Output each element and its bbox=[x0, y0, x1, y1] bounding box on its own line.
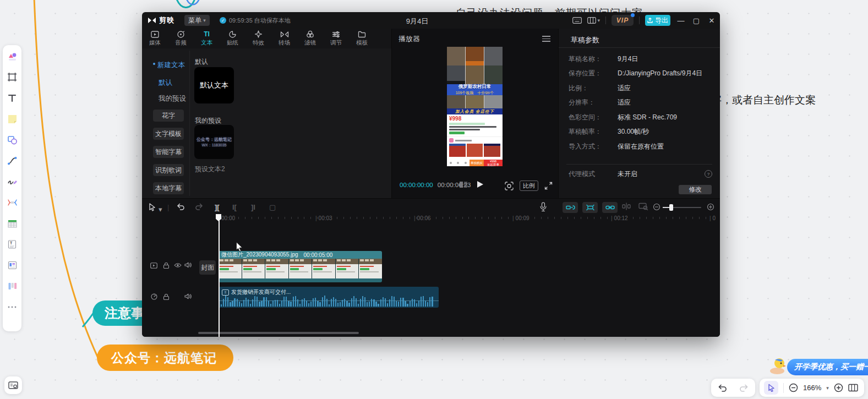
templates-icon[interactable] bbox=[6, 50, 18, 62]
menu-button[interactable]: 菜单▾ bbox=[184, 15, 210, 26]
track-mute-icon[interactable] bbox=[184, 262, 192, 268]
param-label: 草稿名称： bbox=[559, 54, 618, 64]
promo-banner[interactable]: 开学季优惠，买一赠一 bbox=[767, 356, 868, 375]
more-icon[interactable] bbox=[6, 301, 18, 313]
preview-axis-icon[interactable] bbox=[622, 203, 631, 210]
param-value: 标准 SDR - Rec.709 bbox=[618, 113, 677, 122]
param-label: 导入方式： bbox=[559, 142, 618, 151]
split-icon[interactable]: ][ bbox=[215, 203, 220, 211]
pen-icon[interactable] bbox=[6, 176, 18, 188]
app-name: 剪映 bbox=[159, 15, 174, 25]
select-tool-button[interactable] bbox=[764, 381, 778, 395]
ratio-button[interactable]: 比例 bbox=[520, 181, 538, 191]
tab-text[interactable]: TI文本 bbox=[194, 29, 220, 48]
sidebar-item-default[interactable]: 默认 bbox=[159, 78, 172, 88]
minimize-button[interactable]: — bbox=[676, 17, 686, 25]
tab-media[interactable]: 媒体 bbox=[142, 29, 168, 48]
delete-icon[interactable]: ▢ bbox=[269, 203, 276, 211]
maximize-button[interactable]: ▢ bbox=[691, 17, 701, 25]
tab-filter[interactable]: 滤镜 bbox=[297, 29, 323, 48]
audio-waveform bbox=[221, 294, 436, 307]
panel-divider bbox=[189, 51, 190, 196]
sidebar-item-my-presets[interactable]: 我的预设 bbox=[159, 94, 186, 103]
kanban-icon[interactable] bbox=[6, 280, 18, 292]
preview-quality-icon[interactable] bbox=[459, 181, 468, 188]
record-voiceover-icon[interactable] bbox=[539, 202, 547, 212]
help-icon[interactable]: ? bbox=[705, 170, 712, 178]
sticky-note-icon[interactable] bbox=[6, 113, 18, 125]
audio-mute-icon[interactable] bbox=[184, 293, 192, 299]
track-hide-icon[interactable] bbox=[174, 263, 182, 268]
video-clip[interactable]: 微信图片_20230904093055.jpg 00:00:05:00 bbox=[219, 251, 382, 282]
tab-transition[interactable]: 转场 bbox=[271, 29, 297, 48]
zoom-level[interactable]: 166% bbox=[803, 384, 821, 392]
tab-effects[interactable]: 特效 bbox=[245, 29, 271, 48]
tab-audio[interactable]: 音频 bbox=[168, 29, 194, 48]
select-tool-icon[interactable] bbox=[149, 203, 156, 211]
tab-template[interactable]: 模板 bbox=[349, 29, 375, 48]
param-value: D:/JianyingPro Drafts/9月4日 bbox=[618, 69, 702, 78]
playhead-line[interactable] bbox=[219, 214, 220, 337]
modify-button[interactable]: 修改 bbox=[679, 185, 712, 194]
trim-right-icon[interactable]: ]I bbox=[251, 203, 255, 211]
timeline-ruler[interactable]: 00:00 |00:03 |00:06 |00:09 |00:12 |0 bbox=[142, 214, 720, 223]
filter-icon bbox=[306, 30, 314, 38]
linkage-toggle[interactable] bbox=[602, 202, 618, 213]
undo-icon[interactable] bbox=[176, 203, 185, 210]
vip-badge[interactable]: VIP bbox=[612, 15, 634, 26]
card-icon[interactable] bbox=[6, 259, 18, 271]
asset-panel: 媒体 音频 TI文本 贴纸 特效 转场 滤镜 调节 模板 新建文本 默认 我的预… bbox=[142, 29, 392, 198]
connector-icon[interactable] bbox=[6, 155, 18, 167]
tab-adjust[interactable]: 调节 bbox=[323, 29, 349, 48]
fullscreen-icon[interactable] bbox=[544, 182, 553, 190]
timeline-zoom-out-icon[interactable] bbox=[653, 203, 660, 211]
layout-switch-button[interactable]: ▾ bbox=[587, 17, 600, 24]
text-icon: TI bbox=[204, 30, 210, 38]
mindmap-icon[interactable] bbox=[6, 196, 18, 209]
text-tool-icon[interactable] bbox=[6, 92, 18, 104]
document-icon[interactable]: T bbox=[6, 238, 18, 250]
track-lock-icon[interactable] bbox=[163, 262, 170, 269]
global-preview-zoom-icon[interactable] bbox=[638, 203, 648, 210]
brand-bubble[interactable]: 公众号：远航笔记 bbox=[97, 345, 233, 371]
wb-redo-button[interactable] bbox=[739, 384, 749, 392]
focus-frame-icon[interactable] bbox=[505, 182, 514, 190]
sidebar-item-text-template[interactable]: 文字模板 bbox=[153, 128, 184, 140]
timeline-zoom-in-icon[interactable] bbox=[707, 203, 714, 211]
audio-clip[interactable]: ≡ 发货撤销开发商可交付... bbox=[219, 287, 439, 308]
sidebar-item-new-text[interactable]: 新建文本 bbox=[157, 61, 185, 70]
close-button[interactable]: ✕ bbox=[707, 17, 717, 25]
overview-map-button[interactable] bbox=[848, 384, 858, 392]
play-button[interactable] bbox=[477, 181, 484, 188]
select-tool-chevron[interactable]: ▾ bbox=[159, 205, 162, 214]
zoom-slider-handle[interactable] bbox=[669, 204, 673, 211]
wb-undo-button[interactable] bbox=[717, 384, 727, 392]
auto-snap-toggle[interactable] bbox=[582, 202, 598, 213]
sidebar-item-smart-captions[interactable]: 智能字幕 bbox=[153, 146, 184, 158]
export-button[interactable]: 导出 bbox=[645, 15, 670, 26]
sidebar-item-lyrics-recognition[interactable]: 识别歌词 bbox=[153, 164, 184, 176]
table-icon[interactable] bbox=[6, 217, 18, 229]
cover-button[interactable]: 封面 bbox=[199, 260, 216, 275]
presentation-settings-button[interactable] bbox=[4, 376, 22, 394]
trim-left-icon[interactable]: I[ bbox=[232, 203, 237, 211]
shapes-icon[interactable] bbox=[6, 134, 18, 146]
player-menu-icon[interactable] bbox=[542, 36, 550, 42]
sidebar-item-local-captions[interactable]: 本地字幕 bbox=[153, 182, 184, 194]
whiteboard-canvas[interactable]: 自己没办法设问题，前期可以问问大家 字，或者自主创作文案 T 注意事 公众号：远… bbox=[0, 0, 868, 399]
shortcut-keys-icon[interactable] bbox=[572, 17, 582, 24]
default-text-card[interactable]: 默认文本 bbox=[194, 67, 234, 103]
zoom-chevron-icon[interactable]: ▾ bbox=[826, 385, 829, 391]
frame-icon[interactable] bbox=[6, 71, 18, 83]
audio-speed-icon[interactable] bbox=[151, 293, 157, 300]
zoom-out-button[interactable] bbox=[789, 383, 798, 392]
sidebar-item-fancy-text[interactable]: 花字 bbox=[153, 110, 184, 122]
main-track-magnet-toggle[interactable] bbox=[563, 202, 578, 213]
redo-icon[interactable] bbox=[195, 203, 204, 210]
timeline-zoom-slider[interactable] bbox=[663, 207, 701, 208]
preset-text-card[interactable]: 公众号：远航笔记 WX：1183035 bbox=[194, 125, 234, 159]
tab-sticker[interactable]: 贴纸 bbox=[220, 29, 245, 48]
zoom-in-button[interactable] bbox=[834, 383, 843, 392]
timeline-scrollbar[interactable] bbox=[198, 332, 359, 334]
audio-lock-icon[interactable] bbox=[163, 293, 170, 300]
